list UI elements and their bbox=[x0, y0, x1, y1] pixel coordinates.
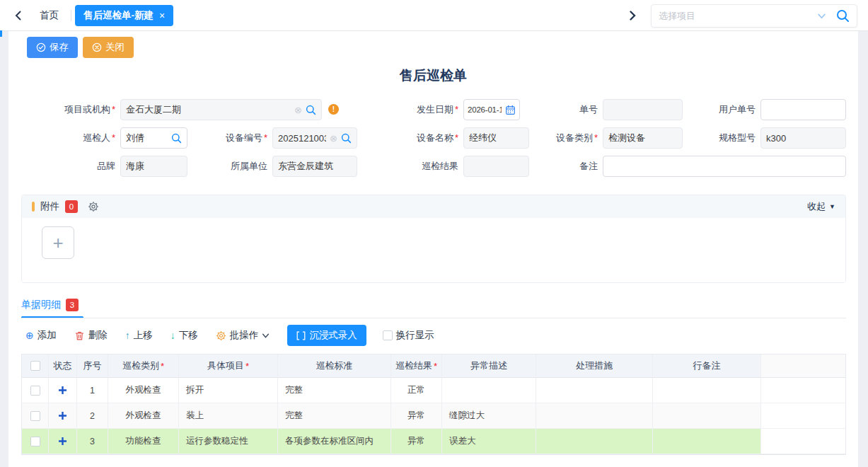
row-standard-cell[interactable]: 完整 bbox=[278, 403, 391, 429]
move-down-button[interactable]: ↓ 下移 bbox=[170, 329, 198, 342]
search-icon[interactable] bbox=[341, 133, 352, 144]
row-remark-cell[interactable] bbox=[653, 378, 761, 403]
project-search-box bbox=[651, 4, 857, 28]
attachments-count-badge: 0 bbox=[65, 200, 78, 213]
col-header-standard[interactable]: 巡检标准 bbox=[278, 354, 391, 378]
row-category-cell[interactable]: 功能检查 bbox=[108, 429, 179, 454]
row-checkbox[interactable] bbox=[30, 437, 40, 446]
table-row[interactable]: 1 外观检查 拆开 完整 正常 bbox=[22, 378, 845, 403]
device-category-value: 检测设备 bbox=[608, 132, 677, 144]
delete-row-label: 删除 bbox=[88, 329, 108, 342]
row-result-cell[interactable]: 异常 bbox=[391, 429, 442, 454]
info-icon[interactable]: ! bbox=[328, 104, 339, 115]
occur-date-value: 2026-01-13 bbox=[468, 105, 502, 114]
sidebar-handle[interactable] bbox=[0, 30, 2, 37]
row-checkbox[interactable] bbox=[30, 386, 40, 396]
batch-actions-dropdown[interactable]: 批操作 bbox=[216, 329, 270, 342]
tab-close-icon[interactable]: × bbox=[159, 11, 165, 21]
col-header-status[interactable]: 状态 bbox=[49, 354, 77, 378]
collapse-toggle[interactable]: 收起 ▼ bbox=[807, 200, 835, 213]
form-page: 保存 关闭 售后巡检单 项目或机构* 金石大厦二期 ⊗ ! 发生日期* 2026… bbox=[8, 31, 858, 467]
device-name-label: 设备名称* bbox=[400, 127, 458, 149]
project-search-input[interactable] bbox=[659, 11, 817, 21]
row-measure-cell[interactable] bbox=[536, 403, 653, 429]
upload-attachment-button[interactable]: + bbox=[42, 226, 74, 259]
close-button[interactable]: 关闭 bbox=[83, 37, 134, 58]
owner-unit-label: 所属单位 bbox=[209, 156, 267, 177]
immersive-entry-button[interactable]: 沉浸式录入 bbox=[287, 325, 366, 346]
brand-value: 海康 bbox=[126, 160, 182, 173]
row-remark-cell[interactable] bbox=[653, 429, 761, 454]
col-header-row-remark[interactable]: 行备注 bbox=[653, 354, 761, 378]
inspector-field[interactable]: 刘倩 bbox=[120, 127, 187, 149]
clear-icon[interactable]: ⊗ bbox=[294, 105, 302, 115]
row-abnormal-cell[interactable]: 缝隙过大 bbox=[442, 403, 536, 429]
row-remark-cell[interactable] bbox=[653, 403, 761, 429]
required-asterisk: * bbox=[434, 361, 437, 371]
attachments-section: 附件 0 收起 ▼ + bbox=[21, 195, 846, 283]
brand-label: 品牌 bbox=[42, 156, 115, 177]
close-label: 关闭 bbox=[105, 41, 125, 54]
col-header-seq[interactable]: 序号 bbox=[77, 354, 108, 378]
col-header-abnormal[interactable]: 异常描述 bbox=[442, 354, 536, 378]
row-item-cell[interactable]: 拆开 bbox=[179, 378, 278, 403]
device-no-field[interactable]: 2025121003 ⊗ bbox=[272, 127, 357, 149]
section-accent-bar bbox=[32, 202, 35, 212]
user-order-no-field[interactable] bbox=[760, 99, 846, 120]
row-filler-cell bbox=[761, 403, 845, 429]
calendar-icon[interactable] bbox=[505, 105, 516, 115]
search-icon[interactable] bbox=[836, 9, 850, 23]
chevron-right-icon[interactable] bbox=[625, 8, 640, 23]
row-standard-cell[interactable]: 完整 bbox=[278, 378, 391, 403]
remark-field[interactable] bbox=[603, 156, 846, 177]
col-header-category[interactable]: 巡检类别* bbox=[108, 354, 179, 378]
table-row[interactable]: 2 外观检查 装上 完整 异常 缝隙过大 bbox=[22, 403, 845, 429]
user-order-no-label: 用户单号 bbox=[697, 99, 756, 120]
chevron-left-icon[interactable] bbox=[11, 8, 25, 23]
wrap-display-toggle[interactable]: 换行显示 bbox=[383, 329, 434, 342]
clear-icon[interactable]: ⊗ bbox=[330, 134, 337, 143]
tab-active-inspection-form[interactable]: 售后巡检单-新建 × bbox=[75, 5, 173, 26]
row-category-cell[interactable]: 外观检查 bbox=[108, 378, 179, 403]
row-abnormal-cell[interactable]: 误差大 bbox=[442, 429, 536, 454]
row-result-cell[interactable]: 异常 bbox=[391, 403, 442, 429]
gear-icon[interactable] bbox=[88, 201, 99, 212]
row-result-cell[interactable]: 正常 bbox=[391, 378, 442, 403]
trash-icon bbox=[74, 330, 85, 341]
occur-date-label: 发生日期* bbox=[400, 99, 458, 120]
row-status-cell bbox=[49, 403, 77, 429]
save-button[interactable]: 保存 bbox=[27, 37, 78, 58]
tab-home[interactable]: 首页 bbox=[33, 0, 66, 31]
col-header-item[interactable]: 具体项目* bbox=[179, 354, 278, 378]
project-field[interactable]: 金石大厦二期 ⊗ bbox=[120, 99, 322, 120]
new-row-cross-icon bbox=[58, 411, 67, 420]
tab-detail[interactable]: 单据明细 3 bbox=[21, 299, 79, 311]
row-seq-cell: 3 bbox=[77, 429, 108, 454]
row-measure-cell[interactable] bbox=[536, 378, 653, 403]
add-row-button[interactable]: ⊕ 添加 bbox=[25, 329, 57, 342]
col-header-result[interactable]: 巡检结果* bbox=[391, 354, 442, 378]
search-icon[interactable] bbox=[171, 133, 182, 144]
attachments-header: 附件 0 收起 ▼ bbox=[22, 195, 845, 218]
occur-date-field[interactable]: 2026-01-13 bbox=[463, 99, 520, 120]
search-icon[interactable] bbox=[306, 105, 316, 115]
move-up-label: 上移 bbox=[134, 329, 153, 342]
row-checkbox[interactable] bbox=[30, 411, 40, 421]
project-value: 金石大厦二期 bbox=[126, 103, 291, 116]
wrap-display-checkbox[interactable] bbox=[383, 330, 393, 340]
row-select-cell bbox=[22, 429, 49, 454]
row-standard-cell[interactable]: 各项参数在标准区间内 bbox=[278, 429, 391, 454]
row-measure-cell[interactable] bbox=[536, 429, 653, 454]
row-item-cell[interactable]: 装上 bbox=[179, 403, 278, 429]
required-asterisk: * bbox=[594, 132, 598, 143]
row-abnormal-cell[interactable] bbox=[442, 378, 536, 403]
table-row-selected[interactable]: 3 功能检查 运行参数稳定性 各项参数在标准区间内 异常 误差大 bbox=[22, 429, 845, 454]
chevron-down-icon[interactable] bbox=[817, 11, 826, 21]
project-label: 项目或机构* bbox=[42, 99, 115, 120]
row-category-cell[interactable]: 外观检查 bbox=[108, 403, 179, 429]
move-up-button[interactable]: ↑ 上移 bbox=[125, 329, 153, 342]
select-all-checkbox[interactable] bbox=[30, 361, 40, 371]
col-header-measure[interactable]: 处理措施 bbox=[536, 354, 653, 378]
row-item-cell[interactable]: 运行参数稳定性 bbox=[179, 429, 278, 454]
delete-row-button[interactable]: 删除 bbox=[74, 329, 108, 342]
